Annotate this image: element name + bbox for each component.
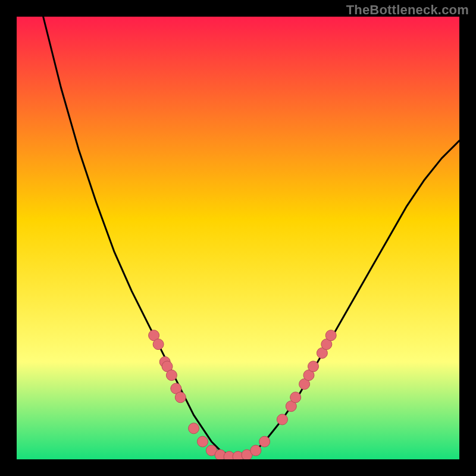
data-dot [166, 370, 177, 381]
data-dot [153, 339, 164, 350]
gradient-background [17, 17, 459, 459]
data-dot [198, 436, 208, 447]
data-dot [250, 445, 261, 456]
bottleneck-chart [17, 17, 459, 459]
data-dot [175, 392, 186, 403]
data-dot [290, 392, 301, 403]
data-dot [259, 436, 270, 447]
data-dot [308, 361, 319, 372]
attribution-text: TheBottleneck.com [346, 2, 469, 18]
data-dot [189, 423, 199, 434]
data-dot [277, 414, 287, 425]
data-dot [325, 330, 336, 341]
